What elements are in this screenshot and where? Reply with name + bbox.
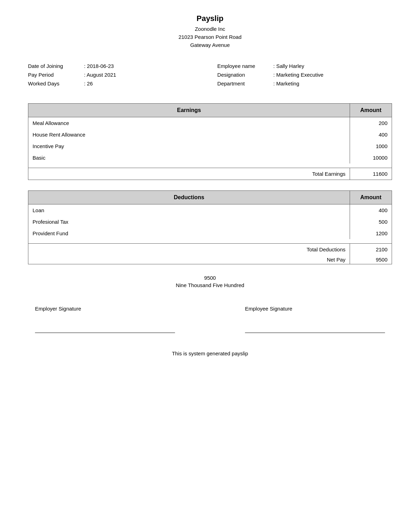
worked-days-label: Worked Days <box>28 81 84 86</box>
earnings-amount-header: Amount <box>350 104 392 117</box>
employee-signature-block: Employee Signature <box>245 306 385 333</box>
net-number: 9500 <box>28 275 392 281</box>
pay-period-value: : August 2021 <box>84 72 116 78</box>
earnings-row-amount: 1000 <box>350 140 392 152</box>
deductions-row-amount: 500 <box>350 216 392 228</box>
deductions-table: Deductions Amount Loan 400 Profesional T… <box>28 190 392 264</box>
deductions-row-amount: 400 <box>350 204 392 216</box>
total-earnings-amount: 11600 <box>350 168 392 180</box>
earnings-table: Earnings Amount Meal Allowance 200 House… <box>28 103 392 180</box>
employee-name-value: : Sally Harley <box>273 63 304 69</box>
employer-signature-line <box>35 333 175 333</box>
address-line1: 21023 Pearson Point Road <box>178 34 241 40</box>
page-title: Payslip <box>28 14 392 23</box>
earnings-row-label: Meal Allowance <box>28 117 350 129</box>
company-address: 21023 Pearson Point Road Gateway Avenue <box>28 33 392 49</box>
earnings-row-amount: 200 <box>350 117 392 129</box>
employee-signature-label: Employee Signature <box>245 306 385 312</box>
pay-period-row: Pay Period : August 2021 <box>28 72 203 78</box>
employee-info-section: Date of Joining : 2018-06-23 Pay Period … <box>28 63 392 89</box>
earnings-row: Meal Allowance 200 <box>28 117 392 129</box>
employer-signature-label: Employer Signature <box>35 306 175 312</box>
earnings-row-label: House Rent Allowance <box>28 129 350 140</box>
employee-signature-line <box>245 333 385 333</box>
footer-text: This is system generated payslip <box>172 350 248 356</box>
designation-value: : Marketing Executive <box>273 72 323 78</box>
designation-label: Designation <box>217 72 273 78</box>
deductions-row-label: Profesional Tax <box>28 216 350 228</box>
deductions-row: Loan 400 <box>28 204 392 216</box>
employee-name-label: Employee name <box>217 63 273 69</box>
deductions-row: Provident Fund 1200 <box>28 228 392 239</box>
net-amount-section: 9500 Nine Thousand Five Hundred <box>28 275 392 288</box>
deductions-row-label: Provident Fund <box>28 228 350 239</box>
info-left: Date of Joining : 2018-06-23 Pay Period … <box>28 63 203 89</box>
earnings-row: Basic 10000 <box>28 152 392 163</box>
designation-row: Designation : Marketing Executive <box>217 72 392 78</box>
net-pay-label: Net Pay <box>28 255 350 264</box>
department-value: : Marketing <box>273 81 299 86</box>
earnings-row-amount: 10000 <box>350 152 392 163</box>
payslip-header: Payslip Zoonodle Inc 21023 Pearson Point… <box>28 14 392 49</box>
signature-section: Employer Signature Employee Signature <box>28 306 392 333</box>
earnings-section: Earnings Amount Meal Allowance 200 House… <box>28 103 392 180</box>
net-pay-amount: 9500 <box>350 255 392 264</box>
total-deductions-amount: 2100 <box>350 244 392 256</box>
total-earnings-label: Total Earnings <box>28 168 350 180</box>
earnings-row: Incentive Pay 1000 <box>28 140 392 152</box>
deductions-row-label: Loan <box>28 204 350 216</box>
deductions-row-amount: 1200 <box>350 228 392 239</box>
footer: This is system generated payslip <box>28 350 392 356</box>
worked-days-row: Worked Days : 26 <box>28 81 203 86</box>
earnings-row: House Rent Allowance 400 <box>28 129 392 140</box>
total-deductions-row: Total Deductions 2100 <box>28 244 392 256</box>
department-row: Department : Marketing <box>217 81 392 86</box>
deductions-section: Deductions Amount Loan 400 Profesional T… <box>28 190 392 264</box>
employee-name-row: Employee name : Sally Harley <box>217 63 392 69</box>
deductions-amount-header: Amount <box>350 191 392 204</box>
net-pay-row: Net Pay 9500 <box>28 255 392 264</box>
employer-signature-block: Employer Signature <box>35 306 175 333</box>
department-label: Department <box>217 81 273 86</box>
address-line2: Gateway Avenue <box>190 42 230 48</box>
earnings-row-amount: 400 <box>350 129 392 140</box>
earnings-header: Earnings <box>28 104 350 117</box>
net-words: Nine Thousand Five Hundred <box>28 282 392 288</box>
pay-period-label: Pay Period <box>28 72 84 78</box>
company-name: Zoonodle Inc <box>28 26 392 32</box>
date-of-joining-label: Date of Joining <box>28 63 84 69</box>
earnings-row-label: Incentive Pay <box>28 140 350 152</box>
worked-days-value: : 26 <box>84 81 93 86</box>
total-deductions-label: Total Deductions <box>28 244 350 256</box>
deductions-row: Profesional Tax 500 <box>28 216 392 228</box>
date-of-joining-value: : 2018-06-23 <box>84 63 114 69</box>
total-earnings-row: Total Earnings 11600 <box>28 168 392 180</box>
deductions-header: Deductions <box>28 191 350 204</box>
earnings-row-label: Basic <box>28 152 350 163</box>
date-of-joining-row: Date of Joining : 2018-06-23 <box>28 63 203 69</box>
info-right: Employee name : Sally Harley Designation… <box>217 63 392 89</box>
